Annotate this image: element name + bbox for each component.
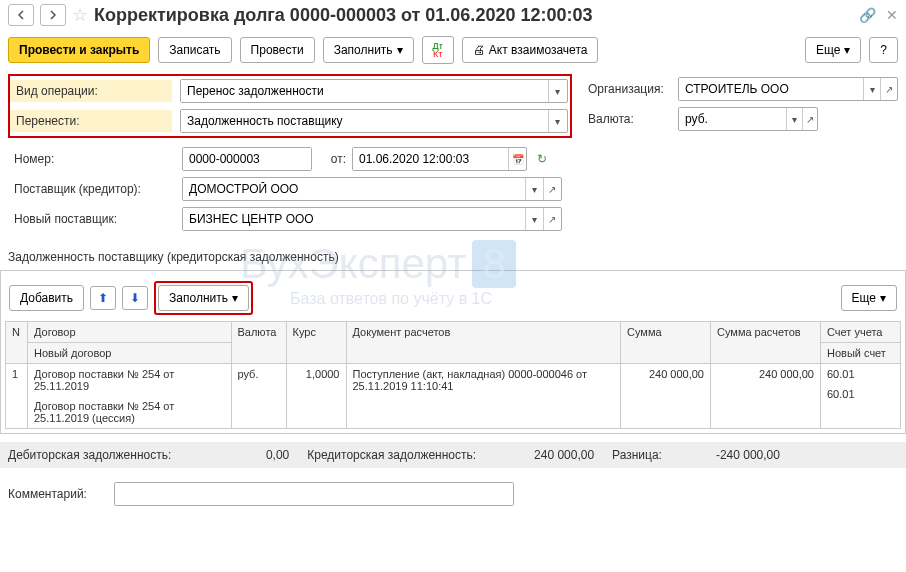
col-rate: Курс xyxy=(286,322,346,364)
dropdown-icon[interactable]: ▾ xyxy=(548,110,567,132)
forward-button[interactable] xyxy=(40,4,66,26)
chevron-down-icon: ▾ xyxy=(397,43,403,57)
more-button[interactable]: Еще ▾ xyxy=(805,37,861,63)
col-currency: Валюта xyxy=(231,322,286,364)
number-label: Номер: xyxy=(8,148,176,170)
dropdown-icon[interactable]: ▾ xyxy=(548,80,567,102)
date-input[interactable] xyxy=(353,148,508,170)
favorite-icon[interactable]: ☆ xyxy=(72,4,88,26)
help-button[interactable]: ? xyxy=(869,37,898,63)
save-button[interactable]: Записать xyxy=(158,37,231,63)
op-type-input[interactable] xyxy=(181,80,548,102)
col-doc: Документ расчетов xyxy=(346,322,621,364)
currency-label: Валюта: xyxy=(582,108,672,130)
table-fill-label: Заполнить xyxy=(169,291,228,305)
dropdown-icon[interactable]: ▾ xyxy=(525,208,543,230)
cell-doc: Поступление (акт, накладная) 0000-000046… xyxy=(346,364,621,429)
supplier-label: Поставщик (кредитор): xyxy=(8,178,176,200)
fill-button[interactable]: Заполнить ▾ xyxy=(323,37,414,63)
cell-contract: Договор поставки № 254 от 25.11.2019 Дог… xyxy=(28,364,232,429)
chevron-down-icon: ▾ xyxy=(880,291,886,305)
post-close-button[interactable]: Провести и закрыть xyxy=(8,37,150,63)
move-up-button[interactable]: ⬆ xyxy=(90,286,116,310)
close-icon[interactable]: ✕ xyxy=(886,7,898,23)
col-n: N xyxy=(6,322,28,364)
refresh-icon[interactable]: ↻ xyxy=(537,152,547,166)
diff-label: Разница: xyxy=(612,448,662,462)
calendar-icon[interactable]: 📅 xyxy=(508,148,526,170)
col-new-contract: Новый договор xyxy=(28,343,232,364)
debit-label: Дебиторская задолженность: xyxy=(8,448,171,462)
col-new-account: Новый счет xyxy=(821,343,901,364)
chevron-down-icon: ▾ xyxy=(844,43,850,57)
number-input[interactable] xyxy=(183,148,311,170)
cell-sum: 240 000,00 xyxy=(621,364,711,429)
org-label: Организация: xyxy=(582,78,672,100)
supplier-input[interactable] xyxy=(183,178,525,200)
from-label: от: xyxy=(318,152,346,166)
move-down-button[interactable]: ⬇ xyxy=(122,286,148,310)
tab-title[interactable]: Задолженность поставщику (кредиторская з… xyxy=(0,244,906,271)
open-icon[interactable]: ↗ xyxy=(880,78,897,100)
chevron-down-icon: ▾ xyxy=(232,291,238,305)
post-button[interactable]: Провести xyxy=(240,37,315,63)
back-button[interactable] xyxy=(8,4,34,26)
cell-currency: руб. xyxy=(231,364,286,429)
dropdown-icon[interactable]: ▾ xyxy=(525,178,543,200)
comment-label: Комментарий: xyxy=(8,487,108,501)
transfer-input[interactable] xyxy=(181,110,548,132)
dropdown-icon[interactable]: ▾ xyxy=(863,78,880,100)
debit-value: 0,00 xyxy=(189,448,289,462)
table-more-label: Еще xyxy=(852,291,876,305)
link-icon[interactable]: 🔗 xyxy=(859,7,876,23)
new-supplier-label: Новый поставщик: xyxy=(8,208,176,230)
fill-label: Заполнить xyxy=(334,43,393,57)
diff-value: -240 000,00 xyxy=(680,448,780,462)
col-contract: Договор xyxy=(28,322,232,343)
comment-input[interactable] xyxy=(115,483,513,505)
window-title: Корректировка долга 0000-000003 от 01.06… xyxy=(94,5,853,26)
credit-value: 240 000,00 xyxy=(494,448,594,462)
col-account: Счет учета xyxy=(821,322,901,343)
open-icon[interactable]: ↗ xyxy=(543,208,561,230)
credit-label: Кредиторская задолженность: xyxy=(307,448,476,462)
open-icon[interactable]: ↗ xyxy=(543,178,561,200)
col-sum: Сумма xyxy=(621,322,711,364)
cell-account-new: 60.01 xyxy=(827,388,894,400)
table-more-button[interactable]: Еще ▾ xyxy=(841,285,897,311)
cell-contract-new: Договор поставки № 254 от 25.11.2019 (це… xyxy=(34,400,225,424)
transfer-label: Перенести: xyxy=(10,110,172,132)
table-row[interactable]: 1 Договор поставки № 254 от 25.11.2019 Д… xyxy=(6,364,901,429)
cell-account-main: 60.01 xyxy=(827,368,894,380)
cell-sumcalc: 240 000,00 xyxy=(711,364,821,429)
add-button[interactable]: Добавить xyxy=(9,285,84,311)
printer-icon: 🖨 xyxy=(473,43,485,57)
op-type-label: Вид операции: xyxy=(10,80,172,102)
summary-bar: Дебиторская задолженность: 0,00 Кредитор… xyxy=(0,442,906,468)
new-supplier-input[interactable] xyxy=(183,208,525,230)
cell-n: 1 xyxy=(6,364,28,429)
table-fill-button[interactable]: Заполнить ▾ xyxy=(158,285,249,311)
col-sumcalc: Сумма расчетов xyxy=(711,322,821,364)
cell-contract-main: Договор поставки № 254 от 25.11.2019 xyxy=(34,368,225,392)
dropdown-icon[interactable]: ▾ xyxy=(786,108,801,130)
cell-rate: 1,0000 xyxy=(286,364,346,429)
more-label: Еще xyxy=(816,43,840,57)
cell-account: 60.01 60.01 xyxy=(821,364,901,429)
dtkt-button[interactable]: ДтКт xyxy=(422,36,454,64)
debt-table[interactable]: N Договор Валюта Курс Документ расчетов … xyxy=(5,321,901,429)
act-label: Акт взаимозачета xyxy=(489,43,588,57)
org-input[interactable] xyxy=(679,78,863,100)
open-icon[interactable]: ↗ xyxy=(802,108,817,130)
currency-input[interactable] xyxy=(679,108,786,130)
act-button[interactable]: 🖨 Акт взаимозачета xyxy=(462,37,599,63)
